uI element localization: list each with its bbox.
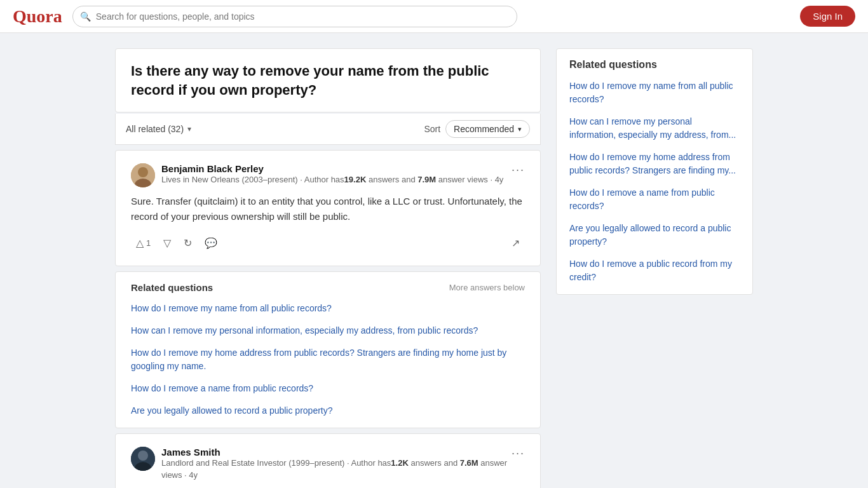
related-link-2[interactable]: How can I remove my personal information… <box>131 324 525 337</box>
filter-bar: All related (32) ▾ Sort Recommended ▾ <box>115 114 541 145</box>
related-inline-card: Related questions More answers below How… <box>115 271 541 428</box>
chevron-down-icon: ▾ <box>518 125 522 133</box>
comment-button[interactable]: 💬 <box>200 233 222 253</box>
author-views: 7.9M <box>417 175 436 184</box>
author-meta-2: Landlord and Real Estate Investor (1999–… <box>161 458 512 480</box>
sort-area: Sort Recommended ▾ <box>424 120 530 138</box>
sidebar-card: Related questions How do I remove my nam… <box>556 48 753 295</box>
author-meta: Lives in New Orleans (2003–present) · Au… <box>161 174 503 186</box>
avatar-image-2 <box>131 447 155 471</box>
author-meta-text-2: Landlord and Real Estate Investor (1999–… <box>161 458 391 468</box>
search-bar: 🔍 <box>72 6 517 27</box>
answer-author: Benjamin Black Perley Lives in New Orlea… <box>131 163 525 187</box>
answer-author-2: James Smith Landlord and Real Estate Inv… <box>131 447 525 480</box>
upvote-button[interactable]: △ 1 <box>131 233 156 253</box>
sidebar-column: Related questions How do I remove my nam… <box>556 48 753 488</box>
answer-card-2: James Smith Landlord and Real Estate Inv… <box>115 433 541 488</box>
sidebar-link-5[interactable]: Are you legally allowed to record a publ… <box>569 222 740 248</box>
author-answers-text-2: answers and <box>409 458 460 468</box>
author-info: Benjamin Black Perley Lives in New Orlea… <box>161 163 503 186</box>
related-link-1[interactable]: How do I remove my name from all public … <box>131 302 525 315</box>
author-answers: 19.2K <box>344 175 367 184</box>
related-link-3[interactable]: How do I remove my home address from pub… <box>131 346 525 373</box>
rotate-icon: ↻ <box>184 237 192 249</box>
sidebar-link-2[interactable]: How can I remove my personal information… <box>569 115 740 142</box>
sidebar-link-4[interactable]: How do I remove a name from public recor… <box>569 186 740 213</box>
content-column: Is there any way to remove your name fro… <box>115 48 541 488</box>
author-meta-text: Lives in New Orleans (2003–present) · Au… <box>161 175 344 184</box>
downvote-icon: ▽ <box>163 237 171 249</box>
all-related-filter[interactable]: All related (32) ▾ <box>126 124 191 134</box>
more-options-icon[interactable]: ··· <box>512 163 525 177</box>
more-options-icon-2[interactable]: ··· <box>512 447 525 460</box>
sidebar-title: Related questions <box>569 59 740 71</box>
upvote-count: 1 <box>146 238 151 248</box>
question-card: Is there any way to remove your name fro… <box>115 48 541 112</box>
header: Quora 🔍 Sign In <box>0 0 868 33</box>
share-button[interactable]: ↗ <box>506 233 525 253</box>
avatar <box>131 163 155 187</box>
author-views-text: answer views · 4y <box>436 175 503 184</box>
author-left-2: James Smith Landlord and Real Estate Inv… <box>131 447 512 480</box>
answer-card: Benjamin Black Perley Lives in New Orlea… <box>115 150 541 266</box>
question-title: Is there any way to remove your name fro… <box>131 62 525 99</box>
related-inline-header: Related questions More answers below <box>131 282 525 293</box>
related-link-5[interactable]: Are you legally allowed to record a publ… <box>131 404 525 417</box>
recommended-label: Recommended <box>454 124 514 134</box>
author-answers-2: 1.2K <box>391 458 408 468</box>
svg-point-1 <box>138 167 148 177</box>
quora-logo[interactable]: Quora <box>13 6 62 27</box>
sidebar-link-6[interactable]: How do I remove a public record from my … <box>569 257 740 284</box>
sidebar-link-3[interactable]: How do I remove my home address from pub… <box>569 151 740 177</box>
author-views-2: 7.6M <box>460 458 478 468</box>
sort-label: Sort <box>424 124 440 134</box>
main-container: Is there any way to remove your name fro… <box>0 33 868 488</box>
avatar-2 <box>131 447 155 471</box>
upvote-icon: △ <box>136 237 144 249</box>
search-icon: 🔍 <box>80 11 91 22</box>
related-inline-title: Related questions <box>131 282 213 293</box>
header-right: Sign In <box>800 6 855 27</box>
sidebar-link-1[interactable]: How do I remove my name from all public … <box>569 79 740 106</box>
comment-icon: 💬 <box>205 237 217 249</box>
related-link-4[interactable]: How do I remove a name from public recor… <box>131 382 525 395</box>
answer-actions: △ 1 ▽ ↻ 💬 ↗ <box>131 233 525 253</box>
recommended-sort-button[interactable]: Recommended ▾ <box>445 120 530 138</box>
more-answers-below: More answers below <box>449 283 525 292</box>
all-related-label: All related (32) <box>126 124 184 134</box>
author-left: Benjamin Black Perley Lives in New Orlea… <box>131 163 503 187</box>
chevron-down-icon: ▾ <box>187 125 191 133</box>
svg-point-4 <box>138 451 148 461</box>
avatar-image <box>131 163 155 187</box>
author-info-2: James Smith Landlord and Real Estate Inv… <box>161 447 512 480</box>
author-name[interactable]: Benjamin Black Perley <box>161 163 503 174</box>
downvote-button[interactable]: ▽ <box>158 233 176 253</box>
sign-in-button[interactable]: Sign In <box>800 6 855 27</box>
author-name-2[interactable]: James Smith <box>161 447 512 458</box>
search-input[interactable] <box>72 6 517 27</box>
share-icon: ↗ <box>512 238 520 248</box>
answer-text: Sure. Transfer (quitclaim) it to an enti… <box>131 194 525 224</box>
share-rotate-button[interactable]: ↻ <box>179 233 197 253</box>
author-answers-text: answers and <box>366 175 417 184</box>
